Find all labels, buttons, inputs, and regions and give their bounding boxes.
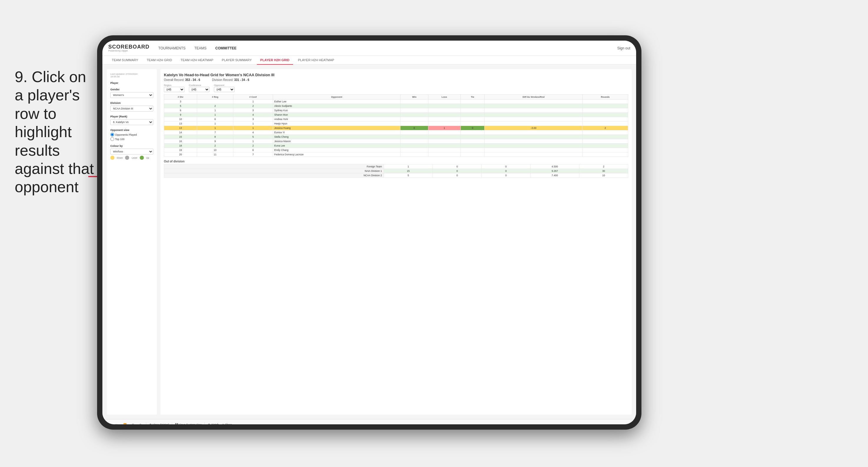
sidebar-opponent-view-label: Opponent view	[110, 129, 153, 131]
out-table-row[interactable]: NAIA Division 115009.26730	[164, 169, 628, 173]
save-custom-view-button[interactable]: 💾 Save Custom View	[175, 423, 202, 425]
dot-down-label: Down	[117, 157, 123, 159]
filter-opponent: Opponent (All)	[214, 84, 235, 92]
toolbar-divider3	[205, 422, 205, 425]
filters-row: Region (All) Conference (All) Opponent	[164, 84, 628, 92]
logo-area: SCOREBOARD Powered by clippd	[108, 44, 150, 52]
sidebar-player-rank-section: Player (Rank) 8. Katelyn Vo	[110, 115, 153, 125]
table-row[interactable]: 1691Jessica Mason	[164, 139, 628, 144]
division-select[interactable]: NCAA Division III	[110, 106, 153, 112]
out-table-row[interactable]: Foreign Team1004.5002	[164, 164, 628, 169]
forward-button[interactable]: ⏩	[122, 423, 128, 425]
table-row[interactable]: 1585Stella Cheng	[164, 135, 628, 139]
instruction-number: 9.	[15, 68, 27, 85]
tablet-frame: SCOREBOARD Powered by clippd TOURNAMENTS…	[97, 35, 642, 430]
view-original-button[interactable]: 👁 View: Original	[149, 423, 169, 425]
watch-button[interactable]: 👁 Watch	[208, 423, 219, 425]
table-row[interactable]: 1474Eunice Yi	[164, 130, 628, 135]
out-of-div: Out of division Foreign Team1004.5002NAI…	[164, 160, 628, 178]
nav-committee[interactable]: COMMITTEE	[215, 45, 237, 52]
division-record: Division Record: 331 - 34 - 6	[212, 78, 249, 82]
nav-links: TOURNAMENTS TEAMS COMMITTEE	[158, 45, 617, 52]
col-reg: # Reg	[197, 95, 233, 99]
col-conf: # Conf	[233, 95, 273, 99]
gender-select[interactable]: Women's	[110, 92, 153, 98]
dot-level-label: Level	[131, 157, 137, 159]
colour-select[interactable]: Win/loss	[110, 149, 153, 155]
tab-player-h2h-heatmap[interactable]: PLAYER H2H HEATMAP	[294, 56, 338, 64]
sidebar-gender-section: Gender Women's	[110, 88, 153, 98]
tab-team-h2h-heatmap[interactable]: TEAM H2H HEATMAP	[177, 56, 217, 64]
sidebar-gender-label: Gender	[110, 88, 153, 91]
radio-top100[interactable]: Top 100	[110, 137, 153, 141]
filter-conference: Conference (All)	[189, 84, 210, 92]
table-row[interactable]: 1311Heejo Hyun	[164, 122, 628, 126]
table-row[interactable]: 613Sydney Kuo	[164, 108, 628, 113]
table-row[interactable]: 20117Federica Domecq Lacroze	[164, 152, 628, 157]
sidebar-division-section: Division NCAA Division III	[110, 101, 153, 112]
out-table-row[interactable]: NCAA Division 25007.40010	[164, 173, 628, 178]
table-row[interactable]: 1311Jessica Huang010-3.002	[164, 126, 628, 130]
radio-opponents-played[interactable]: Opponents Played	[110, 133, 153, 136]
instruction-body: Click on a player's row to highlight res…	[15, 68, 94, 195]
share-button[interactable]: ↗ Share	[222, 423, 232, 425]
table-row[interactable]: 1822Euna Lee	[164, 144, 628, 148]
tab-player-summary[interactable]: PLAYER SUMMARY	[218, 56, 255, 64]
sidebar-player-section: Player	[110, 82, 153, 85]
grid-area: Katelyn Vo Head-to-Head Grid for Women's…	[160, 69, 632, 415]
player-rank-select[interactable]: 8. Katelyn Vo	[110, 119, 153, 125]
sidebar-player-label: Player	[110, 82, 153, 85]
dot-down	[110, 156, 115, 160]
grid-title: Katelyn Vo Head-to-Head Grid for Women's…	[164, 73, 628, 77]
col-div: # Div	[164, 95, 197, 99]
table-row[interactable]: 914Sharon Mun	[164, 113, 628, 117]
col-tie: Tie	[461, 95, 484, 99]
logo-text: SCOREBOARD	[108, 44, 150, 50]
logo-sub: Powered by clippd	[108, 50, 150, 52]
redo-button[interactable]: ↪	[115, 423, 119, 425]
toolbar-divider	[146, 422, 146, 425]
out-table: Foreign Team1004.5002NAIA Division 11500…	[164, 164, 628, 178]
bottom-toolbar: ↩ ↪ ⏩ ⊞ ⟳ 👁 View: Original 💾 Save Custom…	[102, 419, 636, 424]
table-row[interactable]: 522Alexis Sudjianto	[164, 104, 628, 108]
copy-button[interactable]: ⊞	[131, 423, 135, 425]
tab-player-h2h-grid[interactable]: PLAYER H2H GRID	[257, 56, 293, 65]
overall-record: Overall Record: 353 - 34 - 6	[164, 78, 200, 82]
nav-tournaments[interactable]: TOURNAMENTS	[158, 45, 185, 52]
table-row[interactable]: 1063Andrea York	[164, 117, 628, 122]
dot-up-label: Up	[146, 157, 149, 159]
col-loss: Loss	[428, 95, 461, 99]
tab-team-h2h-grid[interactable]: TEAM H2H GRID	[143, 56, 176, 64]
col-win: Win	[400, 95, 428, 99]
refresh-button[interactable]: ⟳	[138, 423, 143, 425]
grid-records: Overall Record: 353 - 34 - 6 Division Re…	[164, 78, 628, 82]
data-table: # Div # Reg # Conf Opponent Win Loss Tie…	[164, 94, 628, 157]
sidebar-colour-label: Colour by	[110, 145, 153, 148]
table-row[interactable]: 31Esther Lee	[164, 99, 628, 104]
conference-select[interactable]: (All)	[189, 87, 210, 92]
filter-region: Region (All)	[164, 84, 185, 92]
sidebar: Last Updated: 27/03/2024 16:55:38 Player…	[107, 69, 157, 415]
colour-dots: Down Level Up	[110, 156, 153, 160]
opponent-select[interactable]: (All)	[214, 87, 235, 92]
sidebar-colour-section: Colour by Win/loss Down Level Up	[110, 145, 153, 160]
instruction-text: 9. Click on a player's row to highlight …	[15, 68, 97, 196]
region-select[interactable]: (All)	[164, 87, 185, 92]
main-content: Last Updated: 27/03/2024 16:55:38 Player…	[102, 65, 636, 419]
undo-button[interactable]: ↩	[107, 423, 112, 425]
tablet-screen: SCOREBOARD Powered by clippd TOURNAMENTS…	[102, 41, 636, 424]
col-opponent: Opponent	[273, 95, 400, 99]
nav-teams[interactable]: TEAMS	[194, 45, 206, 52]
table-row[interactable]: 19106Emily Chang	[164, 148, 628, 152]
sidebar-opponent-view-section: Opponent view Opponents Played Top 100	[110, 129, 153, 141]
sign-out-button[interactable]: Sign out	[617, 46, 630, 50]
sidebar-timestamp: Last Updated: 27/03/2024 16:55:38	[110, 73, 153, 78]
tab-team-summary[interactable]: TEAM SUMMARY	[108, 56, 142, 64]
col-rounds: Rounds	[583, 95, 628, 99]
toolbar-divider2	[172, 422, 172, 425]
sidebar-division-label: Division	[110, 101, 153, 104]
out-of-div-title: Out of division	[164, 160, 628, 163]
top-nav: SCOREBOARD Powered by clippd TOURNAMENTS…	[102, 41, 636, 56]
col-diff: Diff Av Strokes/Rnd	[485, 95, 583, 99]
dot-level	[125, 156, 129, 160]
